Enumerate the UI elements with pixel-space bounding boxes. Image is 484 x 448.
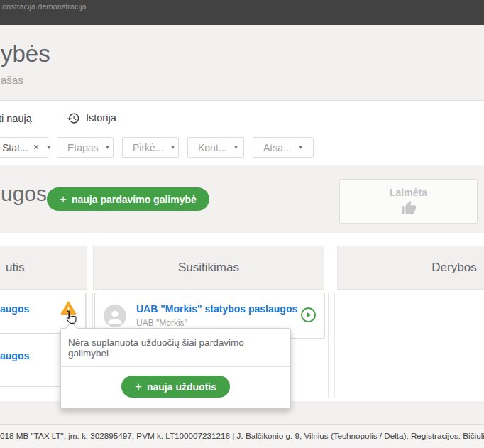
filter-status[interactable]: Stat... ✕ ▼ xyxy=(0,137,48,158)
won-drop-zone[interactable]: Laimėta xyxy=(339,179,478,224)
column-header-first: utis xyxy=(0,246,87,290)
board-title: ugos xyxy=(1,182,47,206)
hand-cursor-icon xyxy=(62,310,79,327)
filter-contact[interactable]: Kont... ▼ xyxy=(187,137,244,158)
history-icon xyxy=(67,111,80,125)
tooltip-message: Nėra suplanuota užduočių šiai pardavimo … xyxy=(61,329,290,367)
caret-down-icon: ▼ xyxy=(298,144,304,151)
tooltip-actions: + nauja užduotis xyxy=(61,367,290,408)
column-susitikimas-label: Susitikimas xyxy=(178,261,239,275)
add-new-button[interactable]: ti naują xyxy=(0,111,32,126)
caret-down-icon: ▼ xyxy=(233,144,238,151)
toolbar: ti naują Istorija Stat... ✕ ▼ Etapas ▼ P… xyxy=(0,100,484,165)
no-tasks-tooltip: Nėra suplanuota užduočių šiai pardavimo … xyxy=(60,328,291,409)
footer: 018 MB "TAX LT", įm. k. 302895497, PVM k… xyxy=(0,424,484,448)
filter-buyer[interactable]: Pirkė... ▼ xyxy=(122,137,179,158)
top-bar: onstracija demonstracija xyxy=(0,0,484,25)
avatar xyxy=(104,305,126,327)
filter-owner-label: Atsa... xyxy=(263,142,292,153)
column-first-label: utis xyxy=(6,261,24,275)
filter-contact-label: Kont... xyxy=(198,142,226,153)
caret-down-icon: ▼ xyxy=(170,144,176,151)
new-opportunity-label: nauja pardavimo galimybė xyxy=(72,194,197,205)
start-task-play-icon[interactable] xyxy=(300,307,317,323)
opportunity-company: UAB "Morkis" xyxy=(136,318,297,328)
history-label: Istorija xyxy=(86,112,116,124)
opportunity-link[interactable]: UAB "Morkis" statybos paslaugos xyxy=(136,303,297,315)
new-task-button[interactable]: + nauja užduotis xyxy=(121,376,230,398)
opportunity-link[interactable]: augos xyxy=(0,350,29,361)
filter-status-label: Stat... xyxy=(2,142,28,153)
filter-stage[interactable]: Etapas ▼ xyxy=(57,137,114,158)
new-task-label: nauja užduotis xyxy=(147,381,216,393)
plus-icon: + xyxy=(60,193,67,205)
page-title: ybės xyxy=(1,40,50,67)
thumbs-up-icon xyxy=(401,200,417,216)
new-opportunity-button[interactable]: + nauja pardavimo galimybė xyxy=(47,187,209,211)
column-header-susitikimas: Susitikimas xyxy=(93,246,324,290)
footer-text: 018 MB "TAX LT", įm. k. 302895497, PVM k… xyxy=(0,431,484,440)
column-body-derybos xyxy=(334,293,484,398)
page-subtitle: ašas xyxy=(1,74,23,86)
history-button[interactable]: Istorija xyxy=(67,109,116,126)
top-bar-title: onstracija demonstracija xyxy=(2,2,87,11)
filter-stage-label: Etapas xyxy=(67,142,99,153)
clear-filter-icon[interactable]: ✕ xyxy=(33,143,40,152)
filter-buyer-label: Pirkė... xyxy=(133,142,164,153)
app: onstracija demonstracija ybės ašas ti na… xyxy=(0,0,484,448)
column-derybos-label: Derybos xyxy=(431,261,476,275)
won-label: Laimėta xyxy=(390,187,427,198)
caret-down-icon: ▼ xyxy=(105,144,111,151)
opportunity-link[interactable]: augos xyxy=(0,303,29,315)
filter-owner[interactable]: Atsa... ▼ xyxy=(253,137,314,158)
column-header-derybos: Derybos xyxy=(337,246,484,290)
add-new-label: ti naują xyxy=(0,113,32,124)
plus-icon: + xyxy=(135,381,142,393)
caret-down-icon: ▼ xyxy=(46,144,52,151)
